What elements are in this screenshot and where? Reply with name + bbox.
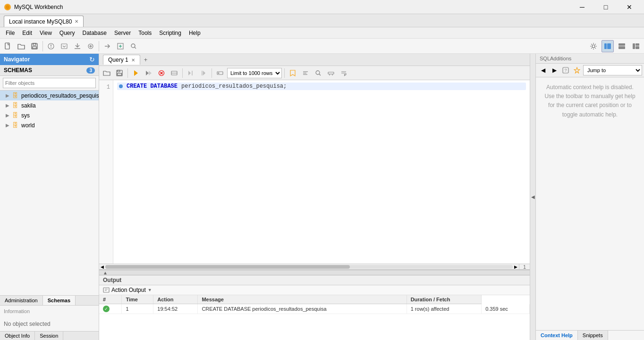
information-label: Information (4, 308, 95, 314)
scroll-left-btn[interactable]: ◀ (99, 265, 105, 269)
qbtn-execute-selection[interactable] (143, 67, 154, 79)
toolbar-btn6[interactable] (71, 40, 84, 52)
db-icon-world: 🗄 (12, 122, 18, 129)
toolbar-sep1 (42, 41, 43, 51)
toolbar-right-group (587, 40, 642, 52)
maximize-button[interactable]: □ (595, 0, 617, 14)
qbtn-stop[interactable] (156, 67, 167, 79)
scroll-thumb[interactable] (105, 265, 350, 269)
qbtn-open[interactable] (101, 67, 112, 79)
svg-rect-18 (619, 46, 625, 49)
navigator-refresh-btn[interactable]: ↻ (89, 56, 95, 63)
output-header: Output (99, 275, 530, 285)
menu-query[interactable]: Query (56, 27, 79, 38)
sql-forward-btn[interactable]: ▶ (549, 65, 559, 75)
qbtn-format[interactable] (300, 67, 311, 79)
panel-divider[interactable]: ▲ (99, 270, 530, 275)
scroll-track[interactable] (105, 265, 513, 269)
right-panel-collapse[interactable]: ◀ (530, 54, 535, 340)
menu-edit[interactable]: Edit (18, 27, 36, 38)
sidebar-header: Navigator ↻ (0, 54, 99, 65)
tab-context-help[interactable]: Context Help (536, 331, 578, 340)
menu-help[interactable]: Help (185, 27, 204, 38)
svg-point-12 (131, 44, 135, 48)
qbtn-find[interactable] (313, 67, 324, 79)
db-icon-periodicos: 🗄 (12, 92, 18, 99)
toolbar-btn5[interactable] (58, 40, 70, 52)
svg-rect-16 (607, 43, 611, 49)
close-button[interactable]: ✕ (619, 0, 640, 14)
editor-section: Query 1 ✕ + (99, 54, 530, 340)
limit-rows-select[interactable]: Limit to 1000 rows (227, 68, 282, 78)
qbtn-skip2[interactable] (198, 67, 209, 79)
toolbar-new-btn[interactable] (2, 40, 14, 52)
qbtn-context[interactable] (214, 67, 226, 79)
tab-snippets[interactable]: Snippets (578, 331, 608, 340)
schema-item-sakila[interactable]: ▶ 🗄 sakila (0, 100, 99, 110)
toolbar-layout1-btn[interactable] (602, 40, 614, 52)
line-num-1: 1 (102, 83, 110, 91)
menu-database[interactable]: Database (79, 27, 110, 38)
toolbar-save-btn[interactable] (28, 40, 41, 52)
scroll-right-btn[interactable]: ▶ (513, 265, 519, 269)
toolbar-btn8[interactable] (101, 40, 113, 52)
schema-item-periodicos[interactable]: ▶ 🗄 periodicos_resultados_pesquisa (0, 91, 99, 100)
qbtn-wordwrap[interactable] (338, 67, 349, 79)
menu-view[interactable]: View (36, 27, 56, 38)
toolbar-layout2-btn[interactable] (616, 40, 628, 52)
schema-item-world[interactable]: ▶ 🗄 world (0, 120, 99, 130)
tab-administration[interactable]: Administration (0, 296, 43, 305)
context-help-area: Automatic context help is disabled. Use … (536, 77, 644, 330)
instance-tab[interactable]: Local instance MySQL80 ✕ (4, 16, 84, 27)
sql-help-btn[interactable]: ? (560, 65, 571, 75)
menu-scripting[interactable]: Scripting (155, 27, 185, 38)
schema-item-sys[interactable]: ▶ 🗄 sys (0, 110, 99, 120)
tab-object-info[interactable]: Object Info (0, 332, 35, 340)
qbtn-skip[interactable] (185, 67, 196, 79)
code-editor[interactable]: CREATE DATABASE periodicos_resultados_pe… (113, 80, 530, 264)
schema-name-sys: sys (21, 112, 30, 119)
col-time: Time (122, 295, 153, 304)
tab-session[interactable]: Session (35, 332, 63, 340)
toolbar-open-btn[interactable] (15, 40, 27, 52)
toolbar-settings-btn[interactable] (587, 40, 600, 52)
table-row[interactable]: ✓ 1 19:54:52 CREATE DATABASE periodicos_… (99, 304, 530, 314)
schema-name-world: world (21, 122, 35, 129)
minimize-button[interactable]: ─ (571, 0, 593, 14)
collapse-arrow-up[interactable]: ▲ (103, 270, 108, 275)
qbtn-toggle[interactable] (169, 67, 180, 79)
query-tab[interactable]: Query 1 ✕ (103, 55, 140, 65)
query-add-tab[interactable]: + (140, 55, 152, 65)
action-output-dropdown-icon[interactable]: ▼ (148, 288, 152, 292)
filter-input[interactable] (3, 78, 96, 88)
no-object-text: No object selected (0, 317, 99, 331)
toolbar-btn4[interactable] (45, 40, 57, 52)
editor-content: 1 CREATE DATABASE periodicos_resultados_… (99, 80, 530, 264)
toolbar-layout3-btn[interactable] (630, 40, 642, 52)
menu-file[interactable]: File (2, 27, 18, 38)
svg-point-35 (316, 71, 320, 75)
toolbar-btn9[interactable] (114, 40, 127, 52)
object-tabs: Object Info Session (0, 331, 99, 340)
sql-back-btn[interactable]: ◀ (538, 65, 548, 75)
sql-auto-btn[interactable] (572, 65, 582, 75)
svg-point-14 (592, 45, 595, 48)
qsep4 (284, 68, 285, 78)
tab-close-icon[interactable]: ✕ (75, 19, 78, 24)
qbtn-execute[interactable] (130, 67, 142, 79)
qbtn-save[interactable] (114, 67, 125, 79)
qbtn-invisible[interactable] (325, 67, 337, 79)
window-controls: ─ □ ✕ (571, 0, 640, 14)
toolbar-btn7[interactable] (85, 40, 97, 52)
query-tab-close[interactable]: ✕ (131, 58, 135, 63)
toolbar-btn10[interactable] (127, 40, 140, 52)
collapse-arrow-left: ◀ (531, 194, 535, 199)
qbtn-bookmark[interactable] (287, 67, 298, 79)
tab-schemas[interactable]: Schemas (43, 296, 76, 305)
h-scrollbar[interactable]: ◀ ▶ 1 (99, 264, 530, 269)
jump-to-select[interactable]: Jump to (583, 65, 642, 75)
menu-tools[interactable]: Tools (135, 27, 155, 38)
line-numbers: 1 (99, 80, 113, 264)
menu-server[interactable]: Server (110, 27, 135, 38)
expand-icon-world: ▶ (6, 123, 9, 128)
